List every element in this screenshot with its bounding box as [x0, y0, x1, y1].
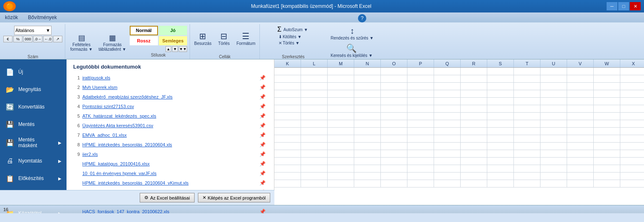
grid-cell[interactable] — [620, 150, 644, 158]
grid-cell[interactable] — [407, 113, 434, 120]
grid-cell[interactable] — [461, 120, 487, 128]
grid-cell[interactable] — [301, 98, 328, 105]
grid-cell[interactable] — [354, 83, 381, 90]
grid-cell[interactable] — [487, 75, 514, 83]
grid-cell[interactable] — [301, 105, 328, 113]
grid-cell[interactable] — [328, 165, 354, 173]
grid-cell[interactable] — [594, 68, 620, 75]
grid-cell[interactable] — [328, 150, 354, 158]
grid-cell[interactable] — [594, 120, 620, 128]
file-menu-item-save[interactable]: 💾 Mentés — [0, 116, 67, 133]
grid-cell[interactable] — [461, 68, 487, 75]
grid-cell[interactable] — [567, 150, 594, 158]
grid-cell[interactable] — [354, 165, 381, 173]
grid-cell[interactable] — [540, 113, 567, 120]
grid-cell[interactable] — [328, 68, 354, 75]
grid-cell[interactable] — [407, 180, 434, 187]
grid-cell[interactable] — [487, 165, 514, 173]
grid-cell[interactable] — [620, 113, 644, 120]
grid-cell[interactable] — [461, 173, 487, 180]
grid-cell[interactable] — [487, 113, 514, 120]
grid-cell[interactable] — [354, 173, 381, 180]
grid-cell[interactable] — [274, 165, 301, 173]
grid-cell[interactable] — [354, 143, 381, 150]
grid-cell[interactable] — [381, 165, 407, 173]
grid-cell[interactable] — [407, 90, 434, 98]
grid-cell[interactable] — [328, 158, 354, 165]
grid-cell[interactable] — [461, 83, 487, 90]
grid-cell[interactable] — [301, 143, 328, 150]
grid-cell[interactable] — [274, 150, 301, 158]
grid-cell[interactable] — [461, 135, 487, 143]
grid-cell[interactable] — [620, 128, 644, 135]
grid-cell[interactable] — [567, 90, 594, 98]
grid-cell[interactable] — [407, 143, 434, 150]
grid-cell[interactable] — [594, 105, 620, 113]
grid-cell[interactable] — [434, 120, 461, 128]
grid-cell[interactable] — [594, 135, 620, 143]
grid-cell[interactable] — [274, 143, 301, 150]
recent-file-item[interactable]: HPME_katalógus_20100416.xlsx 📌 — [73, 159, 267, 168]
close-button[interactable]: ✕ — [630, 2, 641, 10]
percent-icon[interactable]: % — [13, 36, 22, 42]
number-expand-icon[interactable]: ↗ — [53, 36, 62, 42]
grid-cell[interactable] — [620, 83, 644, 90]
grid-cell[interactable] — [301, 180, 328, 187]
grid-cell[interactable] — [514, 83, 540, 90]
grid-cell[interactable] — [620, 68, 644, 75]
grid-cell[interactable] — [434, 150, 461, 158]
style-normal[interactable]: Normál — [130, 26, 158, 35]
grid-cell[interactable] — [461, 75, 487, 83]
grid-cell[interactable] — [301, 113, 328, 120]
grid-cell[interactable] — [567, 165, 594, 173]
grid-cell[interactable] — [381, 105, 407, 113]
grid-cell[interactable] — [487, 98, 514, 105]
grid-cell[interactable] — [354, 150, 381, 158]
grid-cell[interactable] — [540, 120, 567, 128]
recent-file-item[interactable]: HPME_intézkedés_besorolás_20100604_vKimu… — [73, 178, 267, 187]
file-menu-item-prepare[interactable]: 📋 Előkészítés ▶ — [0, 170, 67, 187]
grid-cell[interactable] — [434, 135, 461, 143]
grid-cell[interactable] — [328, 128, 354, 135]
grid-cell[interactable] — [461, 143, 487, 150]
grid-cell[interactable] — [301, 75, 328, 83]
grid-cell[interactable] — [594, 158, 620, 165]
grid-cell[interactable] — [328, 173, 354, 180]
recent-file-item[interactable]: 4 Pontozási szint27153.csv 📌 — [73, 102, 267, 111]
grid-cell[interactable] — [407, 173, 434, 180]
grid-cell[interactable] — [434, 180, 461, 187]
file-menu-item-publish[interactable]: 📁 Közzététel ▶ — [0, 205, 67, 213]
grid-cell[interactable] — [514, 128, 540, 135]
grid-cell[interactable] — [620, 173, 644, 180]
grid-cell[interactable] — [567, 83, 594, 90]
grid-cell[interactable] — [594, 143, 620, 150]
grid-cell[interactable] — [354, 180, 381, 187]
grid-cell[interactable] — [567, 180, 594, 187]
file-menu-item-new[interactable]: 📄 Új — [0, 64, 67, 80]
grid-cell[interactable] — [301, 165, 328, 173]
grid-cell[interactable] — [328, 75, 354, 83]
grid-cell[interactable] — [407, 135, 434, 143]
grid-cell[interactable] — [354, 90, 381, 98]
maximize-button[interactable]: □ — [618, 2, 629, 10]
grid-cell[interactable] — [540, 90, 567, 98]
grid-cell[interactable] — [328, 90, 354, 98]
grid-cell[interactable] — [274, 180, 301, 187]
grid-cell[interactable] — [594, 75, 620, 83]
grid-cell[interactable] — [540, 158, 567, 165]
grid-cell[interactable] — [461, 105, 487, 113]
grid-cell[interactable] — [540, 105, 567, 113]
grid-cell[interactable] — [354, 105, 381, 113]
grid-cell[interactable] — [514, 113, 540, 120]
tab-bovitmenyek[interactable]: Bővítmények — [23, 12, 62, 22]
grid-cell[interactable] — [328, 120, 354, 128]
grid-cell[interactable] — [567, 173, 594, 180]
number-format-dropdown[interactable]: Általános ▼ — [14, 26, 52, 35]
grid-cell[interactable] — [461, 128, 487, 135]
grid-cell[interactable] — [594, 180, 620, 187]
grid-cell[interactable] — [487, 90, 514, 98]
grid-cell[interactable] — [620, 90, 644, 98]
grid-cell[interactable] — [620, 98, 644, 105]
grid-cell[interactable] — [381, 120, 407, 128]
style-scroll-down[interactable]: ▼ — [172, 46, 178, 52]
